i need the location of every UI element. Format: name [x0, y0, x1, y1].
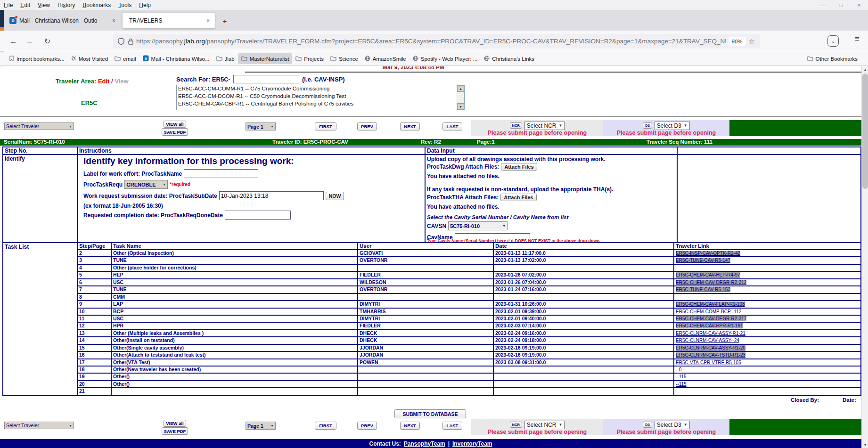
- traveler-link[interactable]: ER5C-CHEM-CAV-DEGR-R2-317: [676, 316, 746, 321]
- last-button[interactable]: LAST: [442, 122, 462, 130]
- scroll-up-icon[interactable]: ▲: [862, 66, 868, 73]
- proctaskreqdonedate-input[interactable]: [225, 211, 291, 220]
- traveler-link[interactable]: ER5C-CLNRM-CAV-ASSY-R1-20: [676, 345, 745, 350]
- close-button[interactable]: ×: [850, 0, 868, 10]
- proctasksubdate-input[interactable]: [219, 191, 324, 200]
- pocket-icon[interactable]: ⌄: [827, 35, 839, 47]
- menu-history[interactable]: History: [54, 1, 79, 9]
- traveler-link[interactable]: ER5C-CLNRM-CAV-ASSY--24: [676, 338, 739, 343]
- view-all-button[interactable]: VIEW all: [164, 420, 186, 427]
- tab-mail[interactable]: o Mail - Christiana Wilson - Outlo ×: [6, 13, 121, 28]
- menu-hamburger-icon[interactable]: ≡: [855, 34, 860, 44]
- menu-help[interactable]: Help: [135, 1, 155, 9]
- bookmark-star-icon[interactable]: ☆: [749, 37, 755, 46]
- proctaskname-input[interactable]: [184, 169, 258, 178]
- minimize-button[interactable]: —: [814, 0, 832, 10]
- save-pdf-button[interactable]: SAVE PDF: [162, 128, 188, 136]
- view-link[interactable]: View: [115, 78, 128, 85]
- bookmark-item[interactable]: Import bookmarks...: [6, 53, 68, 64]
- traveler-link[interactable]: ER5C-CLNRM-CAV-TSTD-R1-23: [676, 352, 745, 358]
- view-all-button[interactable]: VIEW all: [164, 121, 186, 128]
- prev-button[interactable]: PREV: [357, 422, 377, 430]
- bookmark-item[interactable]: Christiana's Links: [481, 53, 538, 64]
- traveler-link[interactable]: ER5C-TUNE-CAV-R5-147: [676, 258, 730, 263]
- scroll-up-icon[interactable]: ▲: [457, 85, 464, 92]
- address-field[interactable]: https://pansophy.jlab.org/pansophy/Trave…: [113, 34, 760, 49]
- traveler-link[interactable]: --115: [676, 382, 687, 387]
- menu-bookmarks[interactable]: Bookmarks: [79, 1, 115, 9]
- traveler-link[interactable]: --0: [676, 367, 681, 372]
- ncr-button[interactable]: NCR: [510, 122, 522, 129]
- traveler-link[interactable]: ER5C-TUNE-CAV-R5-153: [676, 287, 730, 292]
- pansophy-team-link[interactable]: PansophyTeam: [404, 440, 445, 447]
- ncr-button[interactable]: NCR: [510, 422, 522, 428]
- menu-file[interactable]: File: [0, 1, 16, 9]
- page-dropdown[interactable]: Page 1▼: [246, 122, 276, 130]
- last-button[interactable]: LAST: [442, 422, 462, 430]
- select-ncr-dropdown[interactable]: Select NCR▼: [524, 122, 565, 130]
- zoom-level-badge[interactable]: 90%: [729, 37, 746, 46]
- select-d3-dropdown[interactable]: Select D3▼: [655, 122, 690, 130]
- listbox-scrollbar[interactable]: ▲ ▼: [457, 85, 464, 110]
- traveler-link[interactable]: ER5C-CHEM-CAV-HPR-R1-191: [676, 323, 743, 328]
- close-tab-icon[interactable]: ×: [205, 17, 211, 24]
- search-input[interactable]: [233, 75, 299, 83]
- traveler-link[interactable]: ER5C-VTA-CPR-VTRF-R5-105: [676, 360, 741, 365]
- next-button[interactable]: NEXT: [400, 422, 420, 430]
- menu-edit[interactable]: Edit: [16, 1, 34, 9]
- lock-icon[interactable]: [128, 38, 133, 45]
- first-button[interactable]: FIRST: [315, 422, 336, 430]
- maximize-button[interactable]: □: [832, 0, 850, 10]
- traveler-option[interactable]: ER5C-ACC-CM-COMM-R1 -- C75 Cryomodule Co…: [177, 85, 464, 93]
- now-button[interactable]: NOW: [326, 192, 344, 200]
- back-button[interactable]: ←: [7, 34, 20, 48]
- traveler-link[interactable]: ER5C-CLNRM-CAV-ASSY-R1-21: [676, 331, 745, 336]
- bookmark-item[interactable]: MasterNaturalist: [238, 53, 293, 64]
- bookmark-item[interactable]: Spotify - Web Player: ...: [409, 53, 481, 64]
- submit-to-database-button[interactable]: SUBMIT TO DATABASE: [394, 409, 466, 418]
- inventory-team-link[interactable]: InventoryTeam: [452, 440, 492, 447]
- menu-tools[interactable]: Tools: [115, 1, 135, 9]
- traveler-option[interactable]: ER5C-CHEM-CAV-CBP-R1 -- Centrifugal Barr…: [177, 100, 464, 108]
- cavsn-dropdown[interactable]: 5C75-RI-010▼: [448, 221, 508, 230]
- other-bookmarks[interactable]: Other Bookmarks: [807, 56, 858, 62]
- tab-travelers[interactable]: TRAVELERS ×: [123, 13, 215, 28]
- select-traveler-dropdown[interactable]: Select Traveler▼: [4, 122, 74, 130]
- traveler-listbox[interactable]: ER5C-ACC-CM-COMM-R1 -- C75 Cryomodule Co…: [176, 85, 465, 110]
- traveler-option[interactable]: ER5C-ACC-CM-DCOM-R1 -- C50 Cryomodule De…: [177, 93, 464, 100]
- traveler-link[interactable]: ER5C-CHEM-COMP-BCP--112: [676, 309, 741, 314]
- scroll-down-icon[interactable]: ▼: [457, 103, 464, 110]
- d3-button[interactable]: D3: [643, 122, 652, 129]
- attach-files-tha-button[interactable]: Attach Files: [500, 194, 536, 201]
- bookmark-item[interactable]: AmazonSmile: [361, 53, 409, 64]
- shield-icon[interactable]: [118, 38, 124, 45]
- traveler-link[interactable]: ER5C-CHEM-CAV-HEP-R4-97: [676, 272, 740, 277]
- bookmark-item[interactable]: Science: [327, 53, 361, 64]
- select-d3-dropdown[interactable]: Select D3▼: [655, 421, 690, 429]
- prev-button[interactable]: PREV: [357, 122, 377, 130]
- attach-files-dwg-button[interactable]: Attach Files: [501, 163, 537, 171]
- traveler-link[interactable]: --115: [676, 374, 687, 379]
- traveler-link[interactable]: ER5C-CHEM-CAV-DEGR-R2-312: [676, 280, 746, 285]
- next-button[interactable]: NEXT: [400, 122, 420, 130]
- traveler-link[interactable]: ER5C-INSP-CAV-OPTK-R2-42: [676, 251, 740, 256]
- d3-button[interactable]: D3: [643, 422, 652, 428]
- save-pdf-button[interactable]: SAVE PDF: [162, 427, 188, 435]
- reload-button[interactable]: ↻: [41, 34, 54, 48]
- edit-link[interactable]: Edit: [98, 78, 110, 85]
- close-tab-icon[interactable]: ×: [111, 17, 117, 24]
- bookmark-item[interactable]: Projects: [292, 53, 327, 64]
- new-tab-button[interactable]: +: [220, 16, 230, 26]
- proctaskrequ-dropdown[interactable]: GRENOBLE▼: [124, 180, 168, 189]
- scrollbar-thumb[interactable]: [862, 73, 868, 189]
- select-traveler-dropdown[interactable]: Select Traveler▼: [4, 422, 74, 429]
- bookmark-item[interactable]: Jlab: [213, 53, 238, 64]
- select-ncr-dropdown[interactable]: Select NCR▼: [524, 421, 565, 429]
- bookmark-item[interactable]: email: [111, 53, 139, 64]
- page-scrollbar[interactable]: ▲ ▼: [861, 66, 868, 448]
- bookmark-item[interactable]: oMail - Christiana Wilso...: [139, 53, 213, 64]
- forward-button[interactable]: →: [23, 34, 36, 48]
- first-button[interactable]: FIRST: [315, 122, 336, 130]
- scroll-down-icon[interactable]: ▼: [862, 442, 868, 448]
- bookmark-item[interactable]: Most Visited: [68, 53, 111, 64]
